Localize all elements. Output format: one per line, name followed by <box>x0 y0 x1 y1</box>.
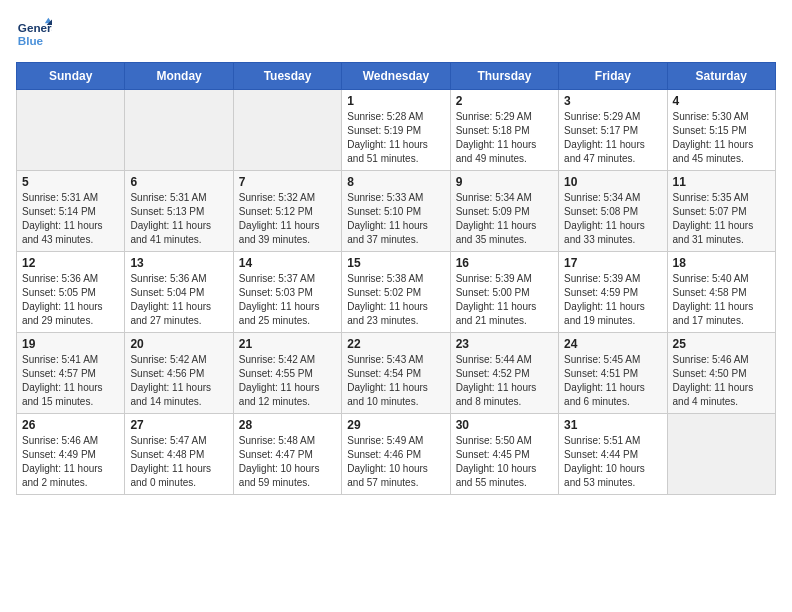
cell-text: and 21 minutes. <box>456 314 553 328</box>
calendar-cell: 11Sunrise: 5:35 AMSunset: 5:07 PMDayligh… <box>667 171 775 252</box>
cell-text: Daylight: 11 hours <box>456 300 553 314</box>
cell-text: Sunrise: 5:28 AM <box>347 110 444 124</box>
calendar-cell: 22Sunrise: 5:43 AMSunset: 4:54 PMDayligh… <box>342 333 450 414</box>
cell-text: Sunset: 4:49 PM <box>22 448 119 462</box>
cell-text: Sunrise: 5:47 AM <box>130 434 227 448</box>
cell-text: and 10 minutes. <box>347 395 444 409</box>
calendar-cell: 15Sunrise: 5:38 AMSunset: 5:02 PMDayligh… <box>342 252 450 333</box>
calendar-cell: 19Sunrise: 5:41 AMSunset: 4:57 PMDayligh… <box>17 333 125 414</box>
calendar-cell: 23Sunrise: 5:44 AMSunset: 4:52 PMDayligh… <box>450 333 558 414</box>
cell-text: Sunrise: 5:46 AM <box>673 353 770 367</box>
cell-text: and 59 minutes. <box>239 476 336 490</box>
cell-text: Daylight: 11 hours <box>22 219 119 233</box>
day-number: 6 <box>130 175 227 189</box>
cell-text: Sunrise: 5:29 AM <box>456 110 553 124</box>
cell-text: and 33 minutes. <box>564 233 661 247</box>
cell-text: Sunset: 5:03 PM <box>239 286 336 300</box>
cell-text: and 4 minutes. <box>673 395 770 409</box>
day-number: 31 <box>564 418 661 432</box>
week-row-3: 19Sunrise: 5:41 AMSunset: 4:57 PMDayligh… <box>17 333 776 414</box>
cell-text: Sunset: 5:13 PM <box>130 205 227 219</box>
calendar-cell: 31Sunrise: 5:51 AMSunset: 4:44 PMDayligh… <box>559 414 667 495</box>
cell-text: Sunrise: 5:45 AM <box>564 353 661 367</box>
week-row-4: 26Sunrise: 5:46 AMSunset: 4:49 PMDayligh… <box>17 414 776 495</box>
logo: General Blue <box>16 16 52 52</box>
cell-text: and 31 minutes. <box>673 233 770 247</box>
cell-text: Daylight: 11 hours <box>564 138 661 152</box>
calendar-cell: 4Sunrise: 5:30 AMSunset: 5:15 PMDaylight… <box>667 90 775 171</box>
cell-text: Sunrise: 5:39 AM <box>456 272 553 286</box>
cell-text: Daylight: 11 hours <box>673 300 770 314</box>
day-header-monday: Monday <box>125 63 233 90</box>
day-number: 15 <box>347 256 444 270</box>
cell-text: Daylight: 11 hours <box>22 300 119 314</box>
calendar-cell: 7Sunrise: 5:32 AMSunset: 5:12 PMDaylight… <box>233 171 341 252</box>
cell-text: Daylight: 11 hours <box>564 219 661 233</box>
header: General Blue <box>16 16 776 52</box>
cell-text: Sunset: 4:50 PM <box>673 367 770 381</box>
cell-text: and 23 minutes. <box>347 314 444 328</box>
cell-text: and 43 minutes. <box>22 233 119 247</box>
cell-text: Sunset: 4:51 PM <box>564 367 661 381</box>
cell-text: Sunrise: 5:35 AM <box>673 191 770 205</box>
cell-text: and 41 minutes. <box>130 233 227 247</box>
day-number: 24 <box>564 337 661 351</box>
cell-text: Sunrise: 5:48 AM <box>239 434 336 448</box>
calendar: SundayMondayTuesdayWednesdayThursdayFrid… <box>16 62 776 495</box>
day-number: 25 <box>673 337 770 351</box>
cell-text: Sunrise: 5:32 AM <box>239 191 336 205</box>
day-number: 1 <box>347 94 444 108</box>
cell-text: Sunset: 4:52 PM <box>456 367 553 381</box>
cell-text: and 6 minutes. <box>564 395 661 409</box>
cell-text: Sunset: 5:17 PM <box>564 124 661 138</box>
day-number: 22 <box>347 337 444 351</box>
cell-text: and 15 minutes. <box>22 395 119 409</box>
cell-text: and 55 minutes. <box>456 476 553 490</box>
days-of-week-row: SundayMondayTuesdayWednesdayThursdayFrid… <box>17 63 776 90</box>
cell-text: Daylight: 11 hours <box>564 300 661 314</box>
day-header-sunday: Sunday <box>17 63 125 90</box>
day-number: 12 <box>22 256 119 270</box>
calendar-cell <box>125 90 233 171</box>
cell-text: Sunrise: 5:34 AM <box>456 191 553 205</box>
cell-text: Daylight: 11 hours <box>22 381 119 395</box>
calendar-cell: 21Sunrise: 5:42 AMSunset: 4:55 PMDayligh… <box>233 333 341 414</box>
cell-text: Sunset: 4:56 PM <box>130 367 227 381</box>
cell-text: and 45 minutes. <box>673 152 770 166</box>
calendar-cell: 5Sunrise: 5:31 AMSunset: 5:14 PMDaylight… <box>17 171 125 252</box>
cell-text: Sunrise: 5:44 AM <box>456 353 553 367</box>
cell-text: Sunrise: 5:36 AM <box>130 272 227 286</box>
cell-text: Sunrise: 5:40 AM <box>673 272 770 286</box>
cell-text: Sunset: 5:08 PM <box>564 205 661 219</box>
day-number: 30 <box>456 418 553 432</box>
cell-text: and 39 minutes. <box>239 233 336 247</box>
day-header-thursday: Thursday <box>450 63 558 90</box>
cell-text: Daylight: 10 hours <box>239 462 336 476</box>
calendar-body: 1Sunrise: 5:28 AMSunset: 5:19 PMDaylight… <box>17 90 776 495</box>
day-number: 5 <box>22 175 119 189</box>
calendar-cell: 2Sunrise: 5:29 AMSunset: 5:18 PMDaylight… <box>450 90 558 171</box>
cell-text: Sunrise: 5:38 AM <box>347 272 444 286</box>
cell-text: Daylight: 11 hours <box>673 138 770 152</box>
day-number: 2 <box>456 94 553 108</box>
day-number: 17 <box>564 256 661 270</box>
cell-text: and 2 minutes. <box>22 476 119 490</box>
cell-text: Daylight: 11 hours <box>456 138 553 152</box>
cell-text: Sunrise: 5:37 AM <box>239 272 336 286</box>
calendar-cell: 6Sunrise: 5:31 AMSunset: 5:13 PMDaylight… <box>125 171 233 252</box>
cell-text: Sunrise: 5:41 AM <box>22 353 119 367</box>
cell-text: and 19 minutes. <box>564 314 661 328</box>
cell-text: Daylight: 11 hours <box>130 219 227 233</box>
week-row-0: 1Sunrise: 5:28 AMSunset: 5:19 PMDaylight… <box>17 90 776 171</box>
day-number: 16 <box>456 256 553 270</box>
day-number: 10 <box>564 175 661 189</box>
cell-text: Daylight: 10 hours <box>456 462 553 476</box>
day-number: 13 <box>130 256 227 270</box>
cell-text: and 14 minutes. <box>130 395 227 409</box>
cell-text: Sunset: 5:10 PM <box>347 205 444 219</box>
cell-text: Sunset: 5:12 PM <box>239 205 336 219</box>
cell-text: and 37 minutes. <box>347 233 444 247</box>
day-header-wednesday: Wednesday <box>342 63 450 90</box>
cell-text: Sunrise: 5:49 AM <box>347 434 444 448</box>
cell-text: Sunset: 5:00 PM <box>456 286 553 300</box>
